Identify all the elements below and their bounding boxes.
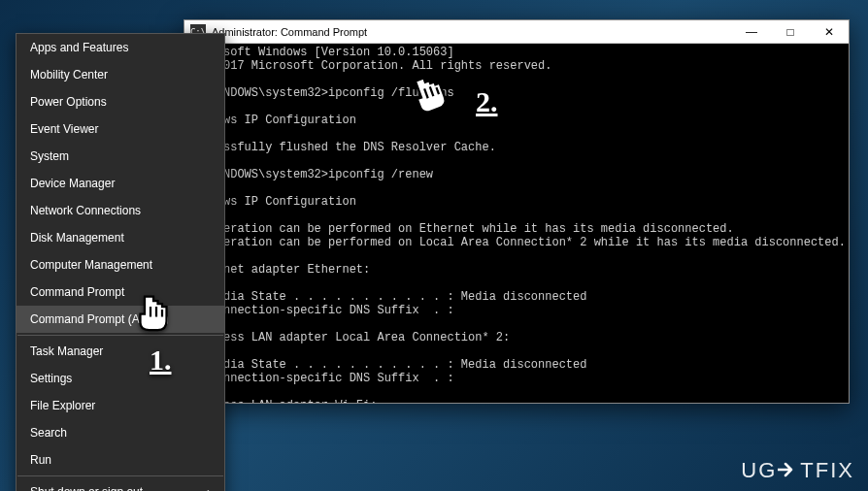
menu-separator <box>17 335 223 336</box>
menu-item-power-options[interactable]: Power Options <box>17 88 224 115</box>
menu-item-task-manager[interactable]: Task Manager <box>17 338 224 365</box>
menu-item-label: Device Manager <box>30 177 115 190</box>
menu-item-label: Apps and Features <box>30 41 128 54</box>
menu-item-computer-management[interactable]: Computer Management <box>17 251 224 278</box>
winx-menu: Apps and FeaturesMobility CenterPower Op… <box>16 33 225 491</box>
menu-item-disk-management[interactable]: Disk Management <box>17 224 224 251</box>
menu-item-label: Run <box>30 453 51 467</box>
ugetfix-watermark: UG TFIX <box>741 458 854 483</box>
minimize-button[interactable]: — <box>732 20 771 44</box>
close-button[interactable]: ✕ <box>810 20 849 44</box>
menu-item-network-connections[interactable]: Network Connections <box>17 197 224 224</box>
chevron-right-icon: › <box>207 485 211 491</box>
menu-item-label: Event Viewer <box>30 122 98 136</box>
menu-item-label: Task Manager <box>30 344 103 358</box>
menu-item-label: Disk Management <box>30 231 124 245</box>
menu-item-mobility-center[interactable]: Mobility Center <box>17 61 224 88</box>
menu-item-label: Command Prompt (Admin) <box>30 312 169 326</box>
menu-item-label: System <box>30 149 69 163</box>
watermark-text-right: TFIX <box>800 458 854 483</box>
cmd-title: Administrator: Command Prompt <box>212 26 732 38</box>
menu-item-label: Power Options <box>30 95 107 109</box>
menu-item-shut-down-or-sign-out[interactable]: Shut down or sign out› <box>17 478 224 491</box>
menu-item-settings[interactable]: Settings <box>17 365 224 392</box>
menu-item-file-explorer[interactable]: File Explorer <box>17 392 224 419</box>
menu-item-label: Search <box>30 426 67 440</box>
maximize-button[interactable]: □ <box>771 20 810 44</box>
menu-item-run[interactable]: Run <box>17 446 224 474</box>
menu-item-event-viewer[interactable]: Event Viewer <box>17 115 224 143</box>
menu-item-command-prompt[interactable]: Command Prompt <box>17 278 224 306</box>
cmd-titlebar[interactable]: C:\ Administrator: Command Prompt — □ ✕ <box>184 20 849 44</box>
menu-separator <box>17 475 223 476</box>
menu-item-label: Settings <box>30 372 72 385</box>
menu-item-label: Network Connections <box>30 204 141 217</box>
menu-item-device-manager[interactable]: Device Manager <box>17 170 224 197</box>
menu-item-label: Shut down or sign out <box>30 485 143 491</box>
menu-item-label: Command Prompt <box>30 285 124 299</box>
watermark-text-left: UG <box>741 458 777 483</box>
menu-item-label: File Explorer <box>30 399 95 412</box>
menu-item-command-prompt-admin[interactable]: Command Prompt (Admin) <box>17 306 224 333</box>
cmd-output[interactable]: Microsoft Windows [Version 10.0.15063] (… <box>184 44 849 403</box>
menu-item-apps-and-features[interactable]: Apps and Features <box>17 34 224 61</box>
arrow-icon <box>778 459 799 484</box>
menu-item-system[interactable]: System <box>17 143 224 170</box>
menu-item-label: Computer Management <box>30 258 152 272</box>
menu-item-label: Mobility Center <box>30 68 108 82</box>
menu-item-search[interactable]: Search <box>17 419 224 446</box>
command-prompt-window: C:\ Administrator: Command Prompt — □ ✕ … <box>184 19 850 404</box>
